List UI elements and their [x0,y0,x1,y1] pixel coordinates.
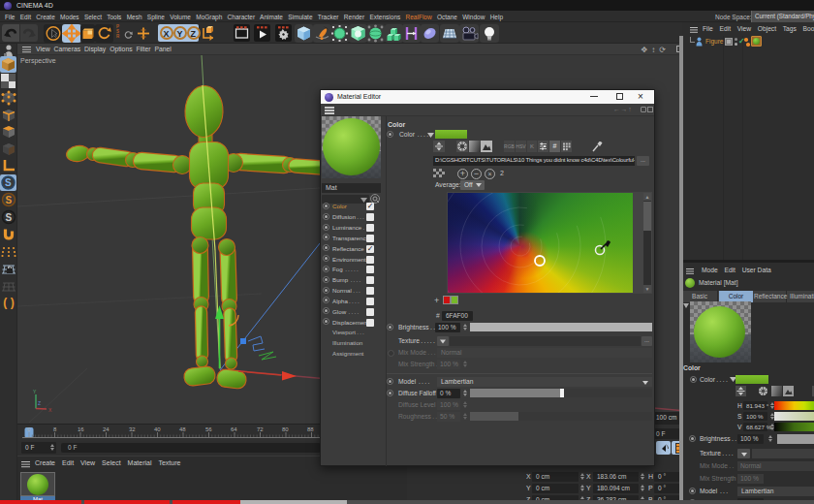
svg-text:Z: Z [190,29,196,39]
svg-text:Z: Z [38,400,41,406]
svg-text:8: 8 [53,426,57,432]
svg-text:S: S [6,195,13,205]
svg-text:64: 64 [231,426,237,432]
svg-text:24: 24 [103,426,110,432]
svg-text:72: 72 [257,426,264,432]
svg-text:Y: Y [33,389,37,394]
svg-text:16: 16 [78,426,84,432]
svg-text:X: X [48,407,52,413]
svg-text:Y: Y [176,29,182,39]
svg-text:32: 32 [129,426,136,432]
svg-text:S: S [6,212,13,223]
svg-text:X: X [163,29,169,39]
svg-text:40: 40 [154,426,161,432]
svg-text:80: 80 [282,426,289,432]
svg-text:56: 56 [205,426,212,432]
svg-text:S: S [5,177,12,188]
svg-text:88: 88 [307,426,314,432]
svg-text:48: 48 [179,426,186,432]
